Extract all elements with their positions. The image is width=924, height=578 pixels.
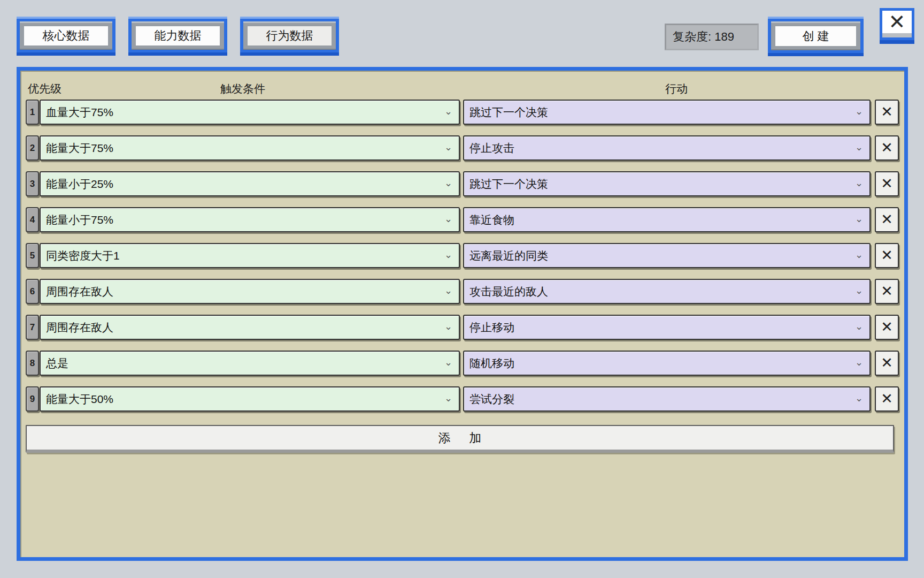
close-icon: ✕ [882, 11, 912, 37]
condition-value: 能量大于75% [46, 141, 113, 156]
delete-row-button[interactable]: ✕ [875, 135, 899, 161]
action-value: 随机移动 [469, 356, 514, 371]
action-value: 跳过下一个决策 [469, 177, 548, 192]
action-value: 跳过下一个决策 [469, 105, 548, 120]
chevron-down-icon: ⌄ [444, 392, 452, 404]
action-select[interactable]: 停止移动 ⌄ [463, 315, 871, 340]
condition-select[interactable]: 总是 ⌄ [40, 351, 460, 376]
delete-row-button[interactable]: ✕ [875, 171, 899, 196]
rule-row: 7 周围存在敌人 ⌄ 停止移动 ⌄ ✕ [26, 315, 899, 340]
action-value: 尝试分裂 [469, 392, 514, 407]
action-select[interactable]: 跳过下一个决策 ⌄ [463, 100, 871, 125]
chevron-down-icon: ⌄ [855, 356, 863, 368]
delete-row-button[interactable]: ✕ [875, 315, 899, 340]
delete-row-button[interactable]: ✕ [875, 243, 899, 268]
condition-select[interactable]: 周围存在敌人 ⌄ [40, 315, 460, 340]
rule-row: 1 血量大于75% ⌄ 跳过下一个决策 ⌄ ✕ [26, 100, 899, 125]
rule-priority-number: 7 [26, 315, 39, 340]
delete-row-button[interactable]: ✕ [875, 279, 899, 304]
condition-select[interactable]: 能量小于75% ⌄ [40, 207, 460, 232]
chevron-down-icon: ⌄ [855, 141, 863, 153]
behavior-rules-panel: 优先级 触发条件 行动 1 血量大于75% ⌄ 跳过下一个决策 ⌄ ✕ 2 能量… [17, 67, 908, 561]
condition-select[interactable]: 能量小于25% ⌄ [40, 171, 460, 196]
condition-select[interactable]: 周围存在敌人 ⌄ [40, 279, 460, 304]
tab-core-data[interactable]: 核心数据 [17, 17, 116, 56]
rule-priority-number: 2 [26, 135, 39, 161]
chevron-down-icon: ⌄ [855, 392, 863, 404]
rule-priority-number: 1 [26, 100, 39, 125]
action-select[interactable]: 远离最近的同类 ⌄ [463, 243, 871, 268]
rules-list: 1 血量大于75% ⌄ 跳过下一个决策 ⌄ ✕ 2 能量大于75% ⌄ 停止攻击… [26, 100, 899, 412]
tab-ability-data[interactable]: 能力数据 [128, 17, 227, 56]
close-icon: ✕ [881, 212, 893, 227]
action-select[interactable]: 跳过下一个决策 ⌄ [463, 171, 871, 196]
rule-row: 2 能量大于75% ⌄ 停止攻击 ⌄ ✕ [26, 135, 899, 161]
condition-value: 血量大于75% [46, 105, 113, 120]
complexity-badge: 复杂度: 189 [665, 24, 759, 50]
rule-priority-number: 6 [26, 279, 39, 304]
rule-row: 4 能量小于75% ⌄ 靠近食物 ⌄ ✕ [26, 207, 899, 232]
rule-priority-number: 9 [26, 386, 39, 412]
delete-row-button[interactable]: ✕ [875, 207, 899, 232]
rule-row: 8 总是 ⌄ 随机移动 ⌄ ✕ [26, 351, 899, 376]
chevron-down-icon: ⌄ [444, 320, 452, 332]
condition-value: 周围存在敌人 [46, 320, 113, 335]
chevron-down-icon: ⌄ [855, 320, 863, 332]
chevron-down-icon: ⌄ [444, 177, 452, 188]
chevron-down-icon: ⌄ [855, 177, 863, 188]
condition-select[interactable]: 能量大于50% ⌄ [40, 386, 460, 412]
action-header: 行动 [665, 81, 688, 96]
chevron-down-icon: ⌄ [444, 212, 452, 224]
condition-select[interactable]: 血量大于75% ⌄ [40, 100, 460, 125]
create-button[interactable]: 创 建 [768, 17, 864, 56]
chevron-down-icon: ⌄ [444, 356, 452, 368]
close-icon: ✕ [881, 105, 893, 119]
priority-header: 优先级 [28, 81, 61, 96]
tab-frame: 能力数据 [132, 21, 224, 50]
chevron-down-icon: ⌄ [855, 212, 863, 224]
add-rule-button[interactable]: 添 加 [26, 425, 894, 453]
action-select[interactable]: 尝试分裂 ⌄ [463, 386, 871, 412]
chevron-down-icon: ⌄ [444, 248, 452, 260]
rule-priority-number: 5 [26, 243, 39, 268]
create-button-frame: 创 建 [771, 21, 860, 50]
condition-value: 能量小于75% [46, 212, 113, 227]
top-tab-bar: 核心数据 能力数据 行为数据 [17, 17, 339, 56]
condition-value: 能量大于50% [46, 392, 113, 407]
rule-priority-number: 8 [26, 351, 39, 376]
action-select[interactable]: 停止攻击 ⌄ [463, 135, 871, 161]
tab-frame: 核心数据 [20, 21, 112, 50]
close-icon: ✕ [881, 248, 893, 263]
action-select[interactable]: 攻击最近的敌人 ⌄ [463, 279, 871, 304]
chevron-down-icon: ⌄ [855, 105, 863, 117]
tab-frame: 行为数据 [243, 21, 336, 50]
delete-row-button[interactable]: ✕ [875, 386, 899, 412]
condition-value: 总是 [46, 356, 68, 371]
rule-row: 5 同类密度大于1 ⌄ 远离最近的同类 ⌄ ✕ [26, 243, 899, 268]
close-button[interactable]: ✕ [880, 8, 914, 44]
rule-row: 3 能量小于25% ⌄ 跳过下一个决策 ⌄ ✕ [26, 171, 899, 196]
action-value: 攻击最近的敌人 [469, 284, 548, 299]
condition-value: 能量小于25% [46, 177, 113, 192]
condition-select[interactable]: 能量大于75% ⌄ [40, 135, 460, 161]
tab-label: 核心数据 [24, 26, 108, 45]
chevron-down-icon: ⌄ [855, 284, 863, 296]
tab-behavior-data[interactable]: 行为数据 [240, 17, 339, 56]
condition-value: 周围存在敌人 [46, 284, 113, 299]
delete-row-button[interactable]: ✕ [875, 351, 899, 376]
action-value: 停止攻击 [469, 141, 514, 156]
condition-select[interactable]: 同类密度大于1 ⌄ [40, 243, 460, 268]
rule-row: 6 周围存在敌人 ⌄ 攻击最近的敌人 ⌄ ✕ [26, 279, 899, 304]
close-icon: ✕ [881, 177, 893, 191]
create-button-label: 创 建 [775, 26, 856, 46]
delete-row-button[interactable]: ✕ [875, 100, 899, 125]
chevron-down-icon: ⌄ [444, 105, 452, 117]
tab-label: 行为数据 [248, 26, 332, 45]
close-icon: ✕ [881, 392, 893, 406]
action-select[interactable]: 靠近食物 ⌄ [463, 207, 871, 232]
close-icon: ✕ [881, 320, 893, 334]
close-icon: ✕ [881, 356, 893, 370]
condition-header: 触发条件 [220, 81, 265, 96]
tab-label: 能力数据 [136, 26, 220, 45]
action-select[interactable]: 随机移动 ⌄ [463, 351, 871, 376]
